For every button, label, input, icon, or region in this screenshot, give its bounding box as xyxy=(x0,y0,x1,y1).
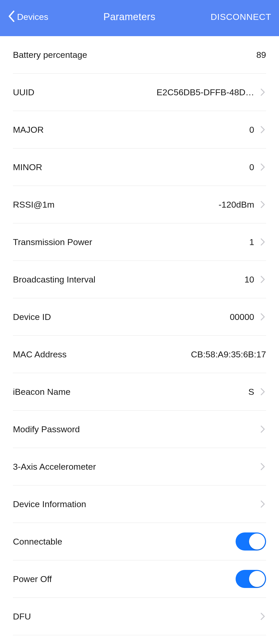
label-transmission-power: Transmission Power xyxy=(13,237,92,247)
row-battery: Battery percentage 89 xyxy=(13,36,266,74)
back-button[interactable]: Devices xyxy=(8,11,48,23)
chevron-right-icon xyxy=(259,164,266,170)
row-power-off: Power Off xyxy=(13,560,266,598)
chevron-right-icon xyxy=(259,426,266,433)
chevron-right-icon xyxy=(259,613,266,620)
label-minor: MINOR xyxy=(13,162,42,172)
page-title: Parameters xyxy=(48,11,211,22)
label-mac-address: MAC Address xyxy=(13,349,67,359)
value-minor: 0 xyxy=(42,162,259,172)
toggle-power-off[interactable] xyxy=(236,570,266,588)
row-broadcasting-interval[interactable]: Broadcasting Interval 10 xyxy=(13,261,266,298)
row-transmission-power[interactable]: Transmission Power 1 xyxy=(13,223,266,261)
label-device-information: Device Information xyxy=(13,499,86,509)
label-battery: Battery percentage xyxy=(13,50,87,60)
label-power-off: Power Off xyxy=(13,574,52,584)
label-dfu: DFU xyxy=(13,611,31,622)
value-transmission-power: 1 xyxy=(92,237,259,247)
row-device-information[interactable]: Device Information xyxy=(13,485,266,523)
label-device-id: Device ID xyxy=(13,312,51,322)
chevron-right-icon xyxy=(259,463,266,470)
parameter-list: Battery percentage 89 UUID E2C56DB5-DFFB… xyxy=(0,36,279,635)
row-ibeacon-name[interactable]: iBeacon Name S xyxy=(13,373,266,411)
row-rssi[interactable]: RSSI@1m -120dBm xyxy=(13,186,266,223)
disconnect-button[interactable]: DISCONNECT xyxy=(211,12,271,22)
chevron-right-icon xyxy=(259,501,266,507)
header: Devices Parameters DISCONNECT xyxy=(0,0,279,36)
chevron-right-icon xyxy=(259,388,266,395)
row-uuid[interactable]: UUID E2C56DB5-DFFB-48D… xyxy=(13,74,266,111)
back-label: Devices xyxy=(17,12,48,22)
label-major: MAJOR xyxy=(13,125,44,135)
chevron-left-icon xyxy=(8,11,15,23)
value-device-id: 00000 xyxy=(51,312,259,322)
value-mac-address: CB:58:A9:35:6B:17 xyxy=(67,349,266,359)
label-rssi: RSSI@1m xyxy=(13,200,55,210)
chevron-right-icon xyxy=(259,126,266,133)
row-mac-address: MAC Address CB:58:A9:35:6B:17 xyxy=(13,336,266,373)
toggle-connectable[interactable] xyxy=(236,532,266,551)
chevron-right-icon xyxy=(259,89,266,96)
value-rssi: -120dBm xyxy=(55,200,259,210)
label-accelerometer: 3-Axis Accelerometer xyxy=(13,462,96,472)
label-connectable: Connectable xyxy=(13,537,62,547)
row-connectable: Connectable xyxy=(13,523,266,560)
row-major[interactable]: MAJOR 0 xyxy=(13,111,266,148)
row-accelerometer[interactable]: 3-Axis Accelerometer xyxy=(13,448,266,485)
value-uuid: E2C56DB5-DFFB-48D… xyxy=(34,87,259,97)
chevron-right-icon xyxy=(259,313,266,320)
value-major: 0 xyxy=(44,125,259,135)
chevron-right-icon xyxy=(259,276,266,283)
label-broadcasting-interval: Broadcasting Interval xyxy=(13,274,95,285)
row-device-id[interactable]: Device ID 00000 xyxy=(13,298,266,336)
chevron-right-icon xyxy=(259,201,266,208)
value-ibeacon-name: S xyxy=(71,387,259,397)
chevron-right-icon xyxy=(259,239,266,245)
row-dfu[interactable]: DFU xyxy=(13,598,266,635)
label-modify-password: Modify Password xyxy=(13,424,80,434)
row-modify-password[interactable]: Modify Password xyxy=(13,411,266,448)
label-uuid: UUID xyxy=(13,87,34,97)
row-minor[interactable]: MINOR 0 xyxy=(13,148,266,186)
value-battery: 89 xyxy=(87,50,266,60)
value-broadcasting-interval: 10 xyxy=(95,274,259,285)
label-ibeacon-name: iBeacon Name xyxy=(13,387,71,397)
